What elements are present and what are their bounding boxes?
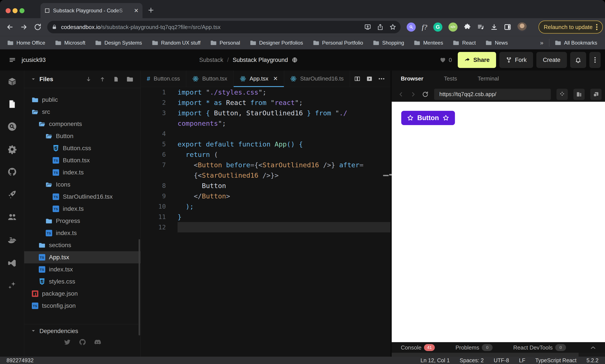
code-line[interactable]: 5export default function App() { xyxy=(141,139,390,149)
files-explorer-icon[interactable] xyxy=(8,100,17,109)
share-button[interactable]: Share xyxy=(458,52,496,68)
vscode-icon[interactable] xyxy=(7,258,17,268)
sidebar-scrollbar[interactable] xyxy=(139,239,140,336)
code-area[interactable]: 1import "./styles.css";2import * as Reac… xyxy=(141,87,390,233)
new-file-icon[interactable] xyxy=(113,76,119,82)
code-line[interactable]: 2import * as React from "react"; xyxy=(141,97,390,108)
code-line[interactable]: 10 ); xyxy=(141,201,390,212)
devtools-tab-react-devtools[interactable]: React DevTools0 xyxy=(513,344,566,351)
sandbox-cube-icon[interactable] xyxy=(7,77,17,87)
github-link-icon[interactable] xyxy=(79,338,86,346)
split-editor-icon[interactable] xyxy=(354,76,361,82)
code-line[interactable]: 8 Button xyxy=(141,181,390,191)
preview-modes-diamond-icon[interactable] xyxy=(556,89,568,100)
file-tree-item-components[interactable]: components xyxy=(24,118,141,130)
download-arrow-icon[interactable] xyxy=(85,76,92,82)
downloads-icon[interactable] xyxy=(490,23,498,31)
file-tree-item-package-json[interactable]: package.json xyxy=(24,288,141,300)
bookmark-item[interactable]: Personal Portfolio xyxy=(313,40,363,46)
file-tree-item-button-tsx[interactable]: TSButton.tsx xyxy=(24,154,141,166)
file-tree-item-src[interactable]: src xyxy=(24,106,141,118)
notifications-bell-button[interactable] xyxy=(570,52,586,68)
code-line[interactable]: 9 </Button> xyxy=(141,191,390,201)
twitter-icon[interactable] xyxy=(64,338,71,346)
bookmark-item[interactable]: Personal xyxy=(211,40,240,46)
maximize-window-button[interactable] xyxy=(19,8,25,13)
code-line[interactable]: {<StarOutlined16 />}> xyxy=(141,170,390,181)
discord-icon[interactable] xyxy=(94,338,101,346)
file-tree-item-public[interactable]: public xyxy=(24,94,141,106)
bookmark-item[interactable]: React xyxy=(453,40,476,46)
bookmark-item[interactable]: Shopping xyxy=(373,40,404,46)
search-extension-icon[interactable] xyxy=(407,23,416,32)
file-tree-item-button-css[interactable]: Button.css xyxy=(24,142,141,154)
all-bookmarks-folder[interactable]: All Bookmarks xyxy=(555,40,597,46)
ai-sparkles-icon[interactable] xyxy=(7,281,17,290)
console-scrollbar-track[interactable] xyxy=(392,353,605,357)
editor-tab-button-css[interactable]: #Button.css xyxy=(141,71,186,87)
settings-gear-icon[interactable] xyxy=(7,144,17,154)
install-app-icon[interactable] xyxy=(364,24,371,30)
console-scrollbar-thumb[interactable] xyxy=(392,353,578,357)
collaborators-icon[interactable] xyxy=(7,212,17,222)
bookmark-item[interactable]: Home Office xyxy=(7,40,45,46)
bookmark-item[interactable]: Designer Portfolios xyxy=(250,40,303,46)
file-tree-item-progress[interactable]: Progress xyxy=(24,215,141,227)
code-line[interactable]: 6 return ( xyxy=(141,149,390,160)
share-page-icon[interactable] xyxy=(377,24,384,30)
file-tree-item-tsconfig-json[interactable]: TStsconfig.json xyxy=(24,300,141,312)
preview-tab-terminal[interactable]: Terminal xyxy=(478,75,499,82)
upload-arrow-icon[interactable] xyxy=(99,76,106,82)
status-item[interactable]: TypeScript React xyxy=(535,357,577,364)
preview-tab-tests[interactable]: Tests xyxy=(444,75,457,82)
bookmark-item[interactable]: Mentees xyxy=(414,40,443,46)
close-window-button[interactable] xyxy=(6,8,11,13)
devtools-tab-problems[interactable]: Problems0 xyxy=(455,344,493,351)
likes[interactable]: 0 xyxy=(440,57,452,64)
preview-tab-browser[interactable]: Browser xyxy=(401,75,423,82)
deploy-rocket-icon[interactable] xyxy=(7,190,17,199)
globe-icon[interactable] xyxy=(292,57,297,63)
browser-menu-kebab-icon[interactable] xyxy=(596,24,598,30)
username-label[interactable]: jcusick93 xyxy=(22,57,46,64)
breadcrumb-parent[interactable]: Substack xyxy=(199,57,223,64)
rendered-demo-button[interactable]: Button xyxy=(401,111,455,125)
code-line[interactable]: 11} xyxy=(141,212,390,222)
back-icon[interactable] xyxy=(3,23,17,31)
close-tab-icon[interactable]: ✕ xyxy=(134,7,139,14)
file-tree-item-icons[interactable]: Icons xyxy=(24,179,141,191)
media-queue-icon[interactable] xyxy=(477,23,484,31)
file-tree-item-index-tsx[interactable]: TSindex.tsx xyxy=(24,263,141,275)
header-kebab-menu-button[interactable] xyxy=(589,52,601,68)
preview-forward-icon[interactable] xyxy=(410,91,417,98)
code-line[interactable]: 3import { Button, StarOutlined16 } from … xyxy=(141,108,390,118)
menu-hamburger-icon[interactable] xyxy=(9,56,16,64)
side-panel-icon[interactable] xyxy=(504,23,511,31)
status-item[interactable]: Ln 12, Col 1 xyxy=(420,357,450,364)
file-tree-item-sections[interactable]: sections xyxy=(24,239,141,251)
status-item[interactable]: LF xyxy=(519,357,525,364)
run-preview-icon[interactable] xyxy=(366,76,373,82)
preview-iframe[interactable]: Button xyxy=(392,102,605,342)
code-extension-icon[interactable]: </> xyxy=(448,23,457,32)
relaunch-to-update-button[interactable]: Relaunch to update xyxy=(538,21,603,34)
editor-more-ellipsis-icon[interactable] xyxy=(378,78,385,80)
grammarly-extension-icon[interactable]: G xyxy=(433,23,442,32)
fork-button[interactable]: Fork xyxy=(499,52,533,68)
expand-console-chevron-icon[interactable] xyxy=(590,346,596,350)
file-tree-item-staroutlined16-tsx[interactable]: TSStarOutlined16.tsx xyxy=(24,191,141,203)
new-folder-icon[interactable] xyxy=(127,76,133,82)
editor-tab-staroutlined16-ts[interactable]: StarOutlined16.ts xyxy=(284,71,350,87)
font-finder-extension-icon[interactable]: f? xyxy=(422,23,427,31)
bookmark-star-icon[interactable] xyxy=(389,24,396,30)
code-line[interactable]: components"; xyxy=(141,118,390,129)
url-bar[interactable]: codesandbox.io/s/substack-playground-tq7… xyxy=(47,21,401,33)
editor-tab-app-tsx[interactable]: App.tsx✕ xyxy=(234,71,284,87)
file-tree-item-index-ts[interactable]: TSindex.ts xyxy=(24,227,141,239)
new-tab-button[interactable] xyxy=(147,6,155,14)
responsive-mode-icon[interactable] xyxy=(573,89,585,100)
browser-tab[interactable]: Substack Playground - CodeS ✕ xyxy=(40,3,143,18)
code-line[interactable]: 1import "./styles.css"; xyxy=(141,87,390,97)
file-tree-item-button[interactable]: Button xyxy=(24,130,141,142)
file-tree-item-index-ts[interactable]: TSindex.ts xyxy=(24,166,141,179)
